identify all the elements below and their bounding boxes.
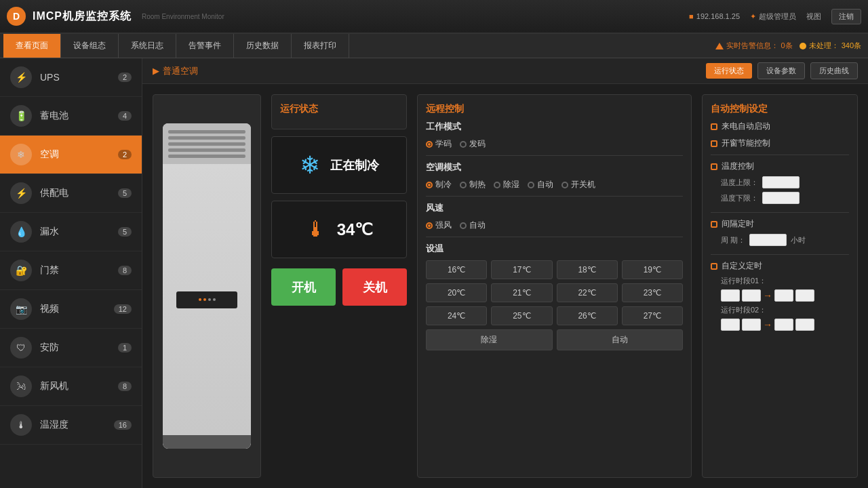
nav-tab-5[interactable]: 报表打印 [292,34,349,58]
ac-mode-3[interactable]: 自动 [528,179,553,190]
time-box-1d[interactable] [795,289,814,302]
timer-period-input[interactable] [749,234,787,246]
self-timer-checkbox[interactable] [711,263,717,270]
sidebar-item-8[interactable]: 🌬新风机8 [0,367,142,406]
sidebar-label-4: 漏水 [40,226,110,238]
cooling-status-box: ❄ 正在制冷 [271,136,407,194]
navbar: 查看页面设备组态系统日志告警事件历史数据报表打印 实时告警信息： 0条 未处理：… [0,34,868,58]
time-box-1c[interactable] [774,289,793,302]
temp-btn-6[interactable]: 22℃ [557,283,618,302]
auto-panel-title: 自动控制设定 [711,103,849,115]
temp-btn-11[interactable]: 27℃ [622,306,683,325]
temp-btn-2[interactable]: 18℃ [557,260,618,279]
nav-tab-3[interactable]: 告警事件 [176,34,234,58]
ac-mode-4[interactable]: 开关机 [561,179,595,190]
sidebar-item-2[interactable]: ❄空调2 [0,136,142,174]
work-mode-1[interactable]: 发码 [460,138,486,150]
sidebar-item-3[interactable]: ⚡供配电5 [0,174,142,213]
time-box-2a[interactable] [721,319,740,331]
device-params-btn[interactable]: 设备参数 [757,62,805,79]
nav-tab-2[interactable]: 系统日志 [119,34,176,58]
ac-top [163,123,251,164]
main: ⚡UPS2🔋蓄电池4❄空调2⚡供配电5💧漏水5🔐门禁8📷视频12🛡安防1🌬新风机… [0,58,868,488]
temp-btn-1[interactable]: 17℃ [491,260,552,279]
temp-btn-0[interactable]: 16℃ [426,260,487,279]
navbar-right: 实时告警信息： 0条 未处理： 340条 [715,34,868,58]
timer-control-checkbox[interactable] [711,221,717,228]
auto-item-checkbox-1[interactable] [711,140,717,147]
time-box-1b[interactable] [742,289,761,302]
temp-special-btn-1[interactable]: 自动 [557,329,684,350]
nav-tab-0[interactable]: 查看页面 [3,34,61,58]
history-curve-btn[interactable]: 历史曲线 [810,62,858,79]
sidebar-label-3: 供配电 [40,187,110,199]
ac-mode-label: 空调模式 [426,161,683,174]
sidebar-icon-5: 🔐 [10,260,32,281]
temp-special-btn-0[interactable]: 除湿 [426,329,553,350]
temp-control-checkbox[interactable] [711,163,717,170]
sidebar-item-7[interactable]: 🛡安防1 [0,329,142,367]
running-status-btn[interactable]: 运行状态 [706,63,752,79]
wind-mode-0[interactable]: 强风 [426,220,452,231]
breadcrumb-arrow: ▶ [153,66,159,76]
work-mode-0[interactable]: 学码 [426,138,452,150]
temp-lower-label: 温度下限： [721,193,758,203]
content-body: 运行状态 ❄ 正在制冷 🌡 34℃ 开机 关机 远程控制 工作模式 [142,84,868,488]
time-box-2c[interactable] [774,319,793,331]
work-mode-dot-0 [426,141,433,148]
sidebar-item-0[interactable]: ⚡UPS2 [0,58,142,97]
nav-view[interactable]: 视图 [806,12,821,22]
nav-tab-4[interactable]: 历史数据 [234,34,292,58]
temp-upper-input[interactable] [762,176,800,188]
logo-icon: D [7,7,26,26]
ac-image [163,123,251,449]
ac-mode-0[interactable]: 制冷 [426,179,452,190]
ac-mode-1[interactable]: 制热 [460,179,486,190]
nav-tab-1[interactable]: 设备组态 [61,34,119,58]
sidebar-item-5[interactable]: 🔐门禁8 [0,251,142,290]
sidebar-count-9: 16 [114,420,132,430]
ac-mode-2[interactable]: 除湿 [494,179,519,190]
sidebar-item-1[interactable]: 🔋蓄电池4 [0,97,142,136]
temp-lower-input[interactable] [762,192,800,204]
logout-button[interactable]: 注销 [831,9,861,24]
sidebar-item-9[interactable]: 🌡温湿度16 [0,406,142,445]
ac-display-dots [199,298,216,301]
snowflake-icon: ❄ [300,151,320,180]
unhandled-badge: 未处理： 340条 [800,41,861,51]
temp-btn-8[interactable]: 24℃ [426,306,487,325]
sidebar-count-3: 5 [118,188,132,198]
temp-btn-5[interactable]: 21℃ [491,283,552,302]
auto-item-checkbox-0[interactable] [711,123,717,130]
app-title: IMCP机房监控系统 [33,9,132,24]
ac-mode-label-3: 自动 [537,179,553,190]
breadcrumb-text: 普通空调 [163,65,198,77]
ac-bottom [163,435,251,449]
temp-upper-label: 温度上限： [721,178,758,188]
time-box-1a[interactable] [721,289,740,302]
time-box-2b[interactable] [742,319,761,331]
time-box-2d[interactable] [795,319,814,331]
ac-mode-label-1: 制热 [469,179,486,190]
status-title-box: 运行状态 [271,94,407,129]
temp-btn-3[interactable]: 19℃ [622,260,683,279]
sidebar-item-4[interactable]: 💧漏水5 [0,213,142,251]
sidebar-icon-9: 🌡 [10,414,32,436]
wind-mode-label-1: 自动 [469,220,486,231]
temp-btn-10[interactable]: 26℃ [557,306,618,325]
power-on-button[interactable]: 开机 [271,268,336,306]
power-off-button[interactable]: 关机 [342,268,407,306]
temp-btn-7[interactable]: 23℃ [622,283,683,302]
temp-text: 34℃ [337,220,374,239]
temp-btn-4[interactable]: 20℃ [426,283,487,302]
temp-btn-9[interactable]: 25℃ [491,306,552,325]
wind-label: 风速 [426,202,683,214]
alert-count: 0条 [781,41,793,51]
self-timer-label: 自定义定时 [722,260,762,272]
sidebar-item-6[interactable]: 📷视频12 [0,290,142,329]
auto-item-1[interactable]: 开窗节能控制 [711,138,849,149]
wind-mode-1[interactable]: 自动 [460,220,486,231]
sidebar-icon-7: 🛡 [10,337,32,359]
sidebar-icon-1: 🔋 [10,105,32,127]
auto-item-0[interactable]: 来电自动启动 [711,121,849,132]
